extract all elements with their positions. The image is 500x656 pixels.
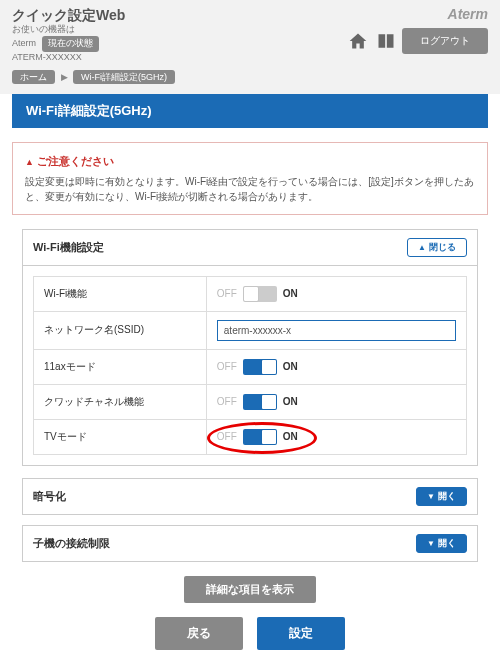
device-line: Aterm 現在の状態	[12, 36, 125, 52]
toggle-quad[interactable]	[243, 394, 277, 410]
encryption-section: 暗号化 開く	[22, 478, 478, 515]
status-button[interactable]: 現在の状態	[42, 36, 99, 52]
highlight-circle	[207, 422, 317, 454]
label-ssid: ネットワーク名(SSID)	[34, 312, 207, 349]
set-button[interactable]: 設定	[257, 617, 345, 650]
breadcrumb: ホーム ▶ Wi-Fi詳細設定(5GHz)	[0, 67, 500, 94]
chevron-down-icon	[427, 491, 435, 501]
chevron-up-icon	[418, 242, 426, 252]
off-label: OFF	[217, 361, 237, 372]
off-label: OFF	[217, 288, 237, 299]
open-button-restrict[interactable]: 開く	[416, 534, 467, 553]
value-quad: OFF ON	[207, 385, 466, 419]
brand-logo: Aterm	[448, 6, 488, 22]
header-right: Aterm ログアウト	[346, 6, 488, 54]
notice-title: ご注意ください	[25, 153, 475, 170]
top-icons: ログアウト	[346, 28, 488, 54]
restrict-title: 子機の接続制限	[33, 536, 110, 551]
off-label: OFF	[217, 396, 237, 407]
value-wifi: OFF ON	[207, 277, 466, 311]
action-row: 戻る 設定	[0, 617, 500, 650]
crumb-current: Wi-Fi詳細設定(5GHz)	[73, 70, 175, 84]
on-label: ON	[283, 288, 298, 299]
wifi-section-head: Wi-Fi機能設定 閉じる	[23, 230, 477, 266]
device-label: お使いの機器は	[12, 24, 125, 36]
row-quad: クワッドチャネル機能 OFF ON	[33, 385, 467, 420]
wifi-section-title: Wi-Fi機能設定	[33, 240, 104, 255]
label-tv: TVモード	[34, 420, 207, 454]
restrict-section: 子機の接続制限 開く	[22, 525, 478, 562]
label-quad: クワッドチャネル機能	[34, 385, 207, 419]
value-ssid	[207, 312, 466, 349]
wifi-rows: Wi-Fi機能 OFF ON ネットワーク名(SSID) 11axモード OFF…	[23, 266, 477, 465]
device-prefix: Aterm	[12, 38, 36, 48]
header-left: クイック設定Web お使いの機器は Aterm 現在の状態 ATERM-XXXX…	[12, 6, 125, 63]
encryption-title: 暗号化	[33, 489, 66, 504]
close-button[interactable]: 閉じる	[407, 238, 467, 257]
notice-box: ご注意ください 設定変更は即時に有効となります。Wi-Fi経由で設定を行っている…	[12, 142, 488, 215]
row-wifi: Wi-Fi機能 OFF ON	[33, 276, 467, 312]
detail-button[interactable]: 詳細な項目を表示	[184, 576, 316, 603]
row-tv: TVモード OFF ON	[33, 420, 467, 455]
toggle-ax[interactable]	[243, 359, 277, 375]
toggle-wifi[interactable]	[243, 286, 277, 302]
value-tv: OFF ON	[207, 420, 466, 454]
crumb-home[interactable]: ホーム	[12, 70, 55, 84]
label-wifi: Wi-Fi機能	[34, 277, 207, 311]
header: クイック設定Web お使いの機器は Aterm 現在の状態 ATERM-XXXX…	[0, 0, 500, 67]
notice-body: 設定変更は即時に有効となります。Wi-Fi経由で設定を行っている場合には、[設定…	[25, 174, 475, 204]
detail-row: 詳細な項目を表示	[0, 576, 500, 603]
back-button[interactable]: 戻る	[155, 617, 243, 650]
on-label: ON	[283, 361, 298, 372]
chevron-down-icon	[427, 538, 435, 548]
open-button-encryption[interactable]: 開く	[416, 487, 467, 506]
home-icon[interactable]	[346, 31, 370, 51]
wifi-section: Wi-Fi機能設定 閉じる Wi-Fi機能 OFF ON ネットワーク名(SSI…	[22, 229, 478, 466]
row-ssid: ネットワーク名(SSID)	[33, 312, 467, 350]
ssid-input[interactable]	[217, 320, 456, 341]
on-label: ON	[283, 396, 298, 407]
value-ax: OFF ON	[207, 350, 466, 384]
page-title: Wi-Fi詳細設定(5GHz)	[12, 94, 488, 128]
row-ax: 11axモード OFF ON	[33, 350, 467, 385]
logout-button[interactable]: ログアウト	[402, 28, 488, 54]
book-icon[interactable]	[374, 31, 398, 51]
device-model: ATERM-XXXXXX	[12, 52, 125, 64]
label-ax: 11axモード	[34, 350, 207, 384]
app-title: クイック設定Web	[12, 6, 125, 24]
crumb-sep: ▶	[61, 72, 68, 82]
